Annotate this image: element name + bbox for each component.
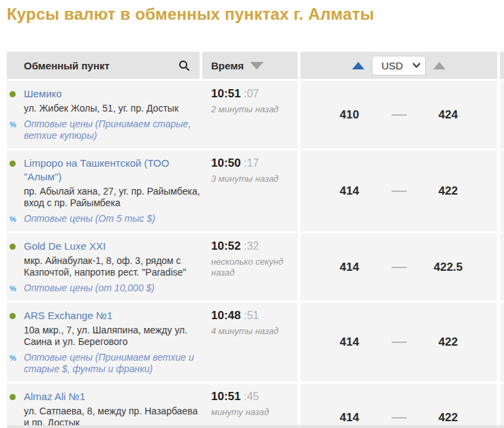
exchange-point-link[interactable]: Almaz Ali №1 bbox=[24, 390, 85, 404]
rates-cell: 414 422.5 bbox=[300, 233, 497, 301]
row-main-cell: ARS Exchange №1 10а мкр., 7, ул. Шаляпин… bbox=[7, 303, 298, 382]
update-seconds: :07 bbox=[244, 88, 259, 99]
exchange-point-address: 10а мкр., 7, ул. Шаляпина, между ул. Саи… bbox=[24, 325, 202, 348]
row-next-column-stub bbox=[500, 233, 504, 301]
exchange-point-link[interactable]: Limpopo на Ташкентской (ТОО "Алым") bbox=[24, 157, 202, 184]
page-title: Курсы валют в обменных пунктах г. Алматы bbox=[7, 5, 504, 24]
update-time-ago: 3 минуты назад bbox=[211, 174, 298, 184]
buy-rate: 414 bbox=[317, 335, 382, 349]
rows-container: Шемико ул. Жибек Жолы, 51, уг. пр. Досты… bbox=[7, 81, 504, 428]
wholesale-note: Оптовые цены (от 10,000 $) bbox=[24, 282, 155, 294]
update-time-ago: 4 минуты назад bbox=[211, 326, 298, 337]
sell-rate: 422 bbox=[416, 411, 481, 425]
percent-icon: % bbox=[10, 213, 24, 225]
buy-rate: 410 bbox=[317, 108, 382, 122]
header-next-column-stub bbox=[500, 52, 504, 79]
table-row: Almaz Ali №1 ул. Сатпаева, 8, между пр. … bbox=[7, 384, 504, 428]
header-time: Время bbox=[202, 52, 298, 79]
wholesale-note: Оптовые цены (Принимаем старые, ветхие к… bbox=[24, 118, 202, 142]
row-main-cell: Шемико ул. Жибек Жолы, 51, уг. пр. Досты… bbox=[7, 81, 298, 148]
status-dot-icon bbox=[10, 91, 16, 97]
exchange-point-cell: ARS Exchange №1 10а мкр., 7, ул. Шаляпин… bbox=[7, 309, 202, 375]
row-next-column-stub bbox=[500, 384, 504, 428]
sell-rate: 422 bbox=[416, 184, 481, 198]
header-exchange-point: Обменный пункт bbox=[7, 52, 200, 79]
exchange-point-cell: Almaz Ali №1 ул. Сатпаева, 8, между пр. … bbox=[7, 390, 202, 428]
rates-cell: 414 422 bbox=[300, 150, 497, 231]
update-seconds: :45 bbox=[244, 391, 259, 402]
search-icon[interactable] bbox=[178, 60, 190, 71]
rates-table: Обменный пункт Время USD bbox=[7, 52, 504, 428]
update-seconds: :17 bbox=[244, 157, 259, 169]
time-sort-triangle-down-icon bbox=[250, 62, 264, 69]
update-time-ago: несколько секунд назад bbox=[211, 257, 298, 278]
header-rates: USD bbox=[300, 52, 497, 79]
status-dot-icon bbox=[10, 244, 16, 250]
rate-dash-icon bbox=[382, 114, 416, 116]
percent-icon: % bbox=[10, 118, 24, 142]
status-dot-icon bbox=[10, 161, 16, 167]
time-cell: 10:50 :17 3 минуты назад bbox=[202, 157, 298, 225]
exchange-point-header-label: Обменный пункт bbox=[24, 60, 110, 71]
exchange-point-cell: Limpopo на Ташкентской (ТОО "Алым") пр. … bbox=[7, 157, 202, 225]
wholesale-note: Оптовые цены (Принимаем ветхие и старые … bbox=[24, 352, 202, 375]
update-time: 10:48 bbox=[211, 309, 240, 322]
bottom-edge-strip bbox=[7, 425, 504, 428]
exchange-point-cell: Gold De Luxe XXI мкр. Айнабулак-1, 8, оф… bbox=[7, 240, 202, 294]
row-main-cell: Gold De Luxe XXI мкр. Айнабулак-1, 8, оф… bbox=[7, 233, 298, 301]
table-row: Шемико ул. Жибек Жолы, 51, уг. пр. Досты… bbox=[7, 81, 504, 148]
row-main-cell: Almaz Ali №1 ул. Сатпаева, 8, между пр. … bbox=[7, 384, 298, 428]
buy-rate: 414 bbox=[317, 261, 382, 274]
wholesale-note: Оптовые цены (От 5 тыс $) bbox=[24, 213, 155, 225]
buy-rate: 414 bbox=[317, 184, 382, 198]
exchange-point-address: ул. Жибек Жолы, 51, уг. пр. Достык bbox=[24, 103, 202, 114]
sell-sort-triangle-up-icon[interactable] bbox=[433, 62, 445, 69]
time-cell: 10:52 :32 несколько секунд назад bbox=[202, 240, 298, 294]
table-row: Limpopo на Ташкентской (ТОО "Алым") пр. … bbox=[7, 150, 504, 231]
row-main-cell: Limpopo на Ташкентской (ТОО "Алым") пр. … bbox=[7, 150, 298, 231]
exchange-point-address: мкр. Айнабулак-1, 8, оф. 3, рядом с Казп… bbox=[24, 255, 202, 278]
status-dot-icon bbox=[10, 394, 16, 400]
row-next-column-stub bbox=[500, 81, 504, 148]
update-seconds: :32 bbox=[244, 240, 259, 252]
sell-rate: 422.5 bbox=[416, 261, 481, 274]
percent-icon: % bbox=[10, 352, 24, 375]
rates-cell: 414 422 bbox=[300, 384, 497, 428]
update-time: 10:50 bbox=[211, 157, 240, 169]
rates-cell: 410 424 bbox=[300, 81, 497, 148]
update-time: 10:52 bbox=[211, 240, 240, 252]
rates-cell: 414 422 bbox=[300, 303, 497, 382]
sell-rate: 424 bbox=[416, 108, 481, 122]
update-time-ago: 2 минуты назад bbox=[211, 104, 298, 115]
exchange-point-cell: Шемико ул. Жибек Жолы, 51, уг. пр. Досты… bbox=[7, 87, 202, 142]
update-time: 10:51 bbox=[211, 87, 240, 100]
rate-dash-icon bbox=[382, 267, 416, 268]
sell-rate: 422 bbox=[416, 335, 481, 349]
table-row: ARS Exchange №1 10а мкр., 7, ул. Шаляпин… bbox=[7, 303, 504, 382]
update-time: 10:51 bbox=[211, 390, 240, 403]
time-cell: 10:51 :07 2 минуты назад bbox=[202, 87, 298, 142]
exchange-point-link[interactable]: Шемико bbox=[24, 87, 62, 101]
buy-sort-triangle-up-icon[interactable] bbox=[352, 62, 364, 69]
rate-dash-icon bbox=[382, 417, 416, 418]
exchange-point-address: пр. Абылай хана, 27, уг. пр. Райымбека, … bbox=[24, 186, 202, 209]
time-sort-control[interactable]: Время bbox=[211, 60, 264, 71]
rate-dash-icon bbox=[382, 342, 416, 343]
update-seconds: :51 bbox=[244, 310, 259, 321]
rate-dash-icon bbox=[382, 191, 416, 192]
time-cell: 10:48 :51 4 минуты назад bbox=[202, 309, 298, 375]
row-next-column-stub bbox=[500, 150, 504, 231]
time-cell: 10:51 :45 минуту назад bbox=[202, 390, 298, 428]
exchange-point-link[interactable]: ARS Exchange №1 bbox=[24, 309, 112, 323]
exchange-point-link[interactable]: Gold De Luxe XXI bbox=[24, 240, 106, 253]
update-time-ago: минуту назад bbox=[211, 407, 298, 418]
currency-select[interactable]: USD bbox=[372, 56, 426, 76]
percent-icon: % bbox=[10, 282, 24, 294]
table-row: Gold De Luxe XXI мкр. Айнабулак-1, 8, оф… bbox=[7, 233, 504, 301]
buy-rate: 414 bbox=[317, 411, 382, 425]
status-dot-icon bbox=[10, 313, 16, 319]
currency-select-wrap: USD bbox=[372, 56, 426, 76]
row-next-column-stub bbox=[500, 303, 504, 382]
time-header-label: Время bbox=[211, 60, 244, 71]
table-header: Обменный пункт Время USD bbox=[7, 52, 504, 79]
